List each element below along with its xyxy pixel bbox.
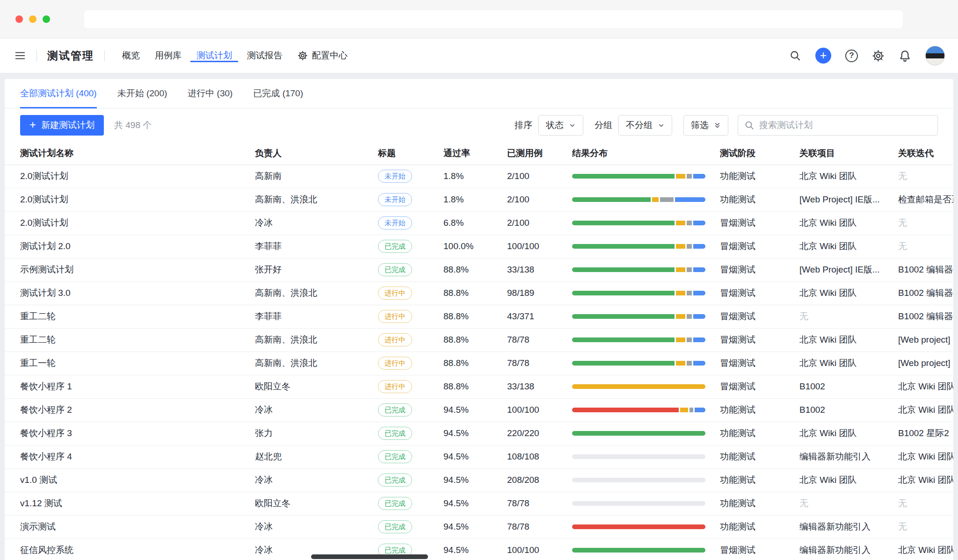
tab-completed[interactable]: 已完成 (170) [253, 79, 303, 108]
nav-item-test-report[interactable]: 测试报告 [240, 50, 290, 62]
owner: 欧阳立冬 [255, 492, 378, 515]
table-row[interactable]: 重工二轮高新南、洪浪北进行中88.8%78/78冒烟测试北京 Wiki 团队[W… [5, 328, 953, 352]
status-cell: 进行中 [378, 375, 443, 398]
pass-rate: 6.8% [443, 211, 507, 235]
table-row[interactable]: 测试计划 3.0高新南、洪浪北进行中88.8%98/189冒烟测试北京 Wiki… [5, 281, 953, 305]
tested-cases: 100/100 [507, 235, 572, 258]
nav-item-config-center[interactable]: 配置中心 [290, 50, 355, 62]
bar-segment-green [572, 361, 675, 366]
bar-segment-yellow [676, 291, 685, 295]
table-row[interactable]: 示例测试计划张开好已完成88.8%33/138冒烟测试[Web Project]… [5, 258, 953, 281]
related-project: B1002 [799, 375, 898, 398]
related-iteration: B1002 编辑器 [898, 258, 953, 281]
tested-cases: 2/100 [507, 188, 572, 211]
gear-icon [298, 50, 308, 61]
status-badge: 进行中 [378, 333, 412, 346]
status-cell: 已完成 [378, 468, 443, 492]
table-row[interactable]: 2.0测试计划冷冰未开始6.8%2/100冒烟测试北京 Wiki 团队无 [5, 211, 953, 235]
tested-cases: 208/208 [507, 468, 572, 492]
table-row[interactable]: 2.0测试计划高新南未开始1.8%2/100功能测试北京 Wiki 团队无 [5, 165, 953, 188]
group-select[interactable]: 不分组 [618, 115, 672, 136]
bar-segment-yellow [676, 174, 685, 179]
table-row[interactable]: 餐饮小程序 2冷冰已完成94.5%100/100功能测试B1002北京 Wiki… [5, 398, 953, 422]
plan-name: 示例测试计划 [5, 258, 255, 281]
table-row[interactable]: 重工一轮高新南、洪浪北进行中88.8%78/78冒烟测试北京 Wiki 团队[W… [5, 352, 953, 375]
result-distribution-bar [572, 221, 705, 225]
plan-name: 重工二轮 [5, 328, 255, 352]
table-row[interactable]: 重工二轮李菲菲进行中88.8%43/371冒烟测试无B1002 编辑器 [5, 305, 953, 328]
bar-segment-green [572, 197, 651, 202]
bar-segment-green [572, 337, 675, 342]
new-test-plan-button[interactable]: + 新建测试计划 [20, 115, 104, 136]
close-window-button[interactable] [15, 15, 23, 23]
url-bar[interactable] [84, 10, 903, 28]
bar-segment-green [572, 431, 705, 436]
status-badge: 已完成 [378, 263, 412, 276]
table-row[interactable]: 征信风控系统冷冰已完成94.5%100/100冒烟测试编辑器新功能引入北京 Wi… [5, 538, 953, 560]
bar-segment-blue [693, 244, 705, 249]
minimize-window-button[interactable] [29, 15, 36, 23]
tab-all-plans[interactable]: 全部测试计划 (400) [20, 79, 97, 108]
notification-bell-icon[interactable] [899, 50, 911, 62]
pass-rate: 94.5% [443, 422, 507, 445]
nav-item-test-plan[interactable]: 测试计划 [189, 50, 239, 62]
create-new-button[interactable]: + [815, 48, 831, 64]
bar-segment-gray [687, 174, 692, 179]
table-row[interactable]: 餐饮小程序 3张力已完成94.5%220/220功能测试北京 Wiki 团队B1… [5, 422, 953, 445]
related-iteration: 无 [898, 211, 953, 235]
result-distribution-bar [572, 361, 705, 366]
user-avatar[interactable] [925, 46, 945, 65]
table-row[interactable]: 演示测试冷冰已完成94.5%78/78功能测试编辑器新功能引入无 [5, 515, 953, 538]
owner: 高新南、洪浪北 [255, 281, 378, 305]
hamburger-menu-icon[interactable] [14, 50, 26, 62]
tab-in-progress[interactable]: 进行中 (30) [188, 79, 232, 108]
status-cell: 进行中 [378, 281, 443, 305]
table-row[interactable]: 测试计划 2.0李菲菲已完成100.0%100/100冒烟测试北京 Wiki 团… [5, 235, 953, 258]
search-input[interactable] [759, 120, 931, 130]
toolbar: + 新建测试计划 共 498 个 排序 状态 分组 不分组 [5, 108, 953, 142]
filter-button[interactable]: 筛选 [683, 115, 728, 136]
settings-gear-icon[interactable] [872, 50, 885, 62]
plan-name: 餐饮小程序 4 [5, 445, 255, 468]
plan-name: 餐饮小程序 3 [5, 422, 255, 445]
test-stage: 冒烟测试 [720, 258, 799, 281]
chevron-down-icon [658, 122, 665, 129]
bar-segment-yellow [676, 314, 685, 319]
related-iteration: 北京 Wiki 团队 [898, 445, 953, 468]
related-iteration: 无 [898, 515, 953, 538]
table-row[interactable]: 餐饮小程序 1欧阳立冬进行中88.8%33/138冒烟测试B1002北京 Wik… [5, 375, 953, 398]
col-header-tested-cases: 已测用例 [507, 142, 572, 165]
zoom-window-button[interactable] [43, 15, 50, 23]
bar-segment-blue [693, 314, 705, 319]
test-stage: 冒烟测试 [720, 375, 799, 398]
horizontal-scrollbar-thumb[interactable] [311, 554, 428, 559]
browser-chrome [0, 0, 958, 38]
table-row[interactable]: 2.0测试计划高新南、洪浪北未开始1.8%2/100功能测试[Web Proje… [5, 188, 953, 211]
double-chevron-down-icon [714, 122, 721, 129]
result-distribution-bar [572, 501, 705, 506]
table-row[interactable]: v1.12 测试欧阳立冬已完成94.5%78/78功能测试无无 [5, 492, 953, 515]
test-stage: 冒烟测试 [720, 211, 799, 235]
related-iteration: 北京 Wiki 团队 [898, 468, 953, 492]
pass-rate: 1.8% [443, 165, 507, 188]
owner: 欧阳立冬 [255, 375, 378, 398]
tab-not-started[interactable]: 未开始 (200) [117, 79, 167, 108]
result-distribution-cell [572, 398, 720, 422]
bar-segment-gray [687, 337, 692, 342]
table-header-row: 测试计划名称 负责人 标题 通过率 已测用例 结果分布 测试阶段 关联项目 关联… [5, 142, 953, 165]
pass-rate: 1.8% [443, 188, 507, 211]
status-badge: 未开始 [378, 193, 412, 206]
sort-select[interactable]: 状态 [538, 115, 583, 136]
nav-item-case-library[interactable]: 用例库 [148, 50, 189, 62]
pass-rate: 94.5% [443, 492, 507, 515]
search-icon[interactable] [789, 50, 801, 62]
tested-cases: 43/371 [507, 305, 572, 328]
status-badge: 已完成 [378, 520, 412, 533]
table-row[interactable]: v1.0 测试冷冰已完成94.5%208/208功能测试北京 Wiki 团队北京… [5, 468, 953, 492]
bar-segment-yellow [680, 408, 688, 412]
result-distribution-bar [572, 431, 705, 436]
divider [36, 50, 37, 61]
help-icon[interactable]: ? [845, 50, 858, 62]
nav-item-overview[interactable]: 概览 [115, 50, 147, 62]
table-row[interactable]: 餐饮小程序 4赵北兜已完成94.5%108/108功能测试编辑器新功能引入北京 … [5, 445, 953, 468]
